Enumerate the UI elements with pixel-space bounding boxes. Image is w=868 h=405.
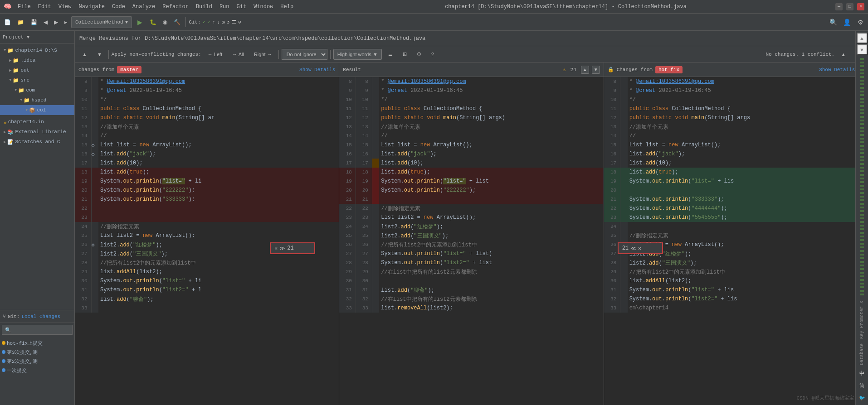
menu-code[interactable]: Code [109,3,128,11]
result-nav-down[interactable]: ▼ [592,66,600,74]
help-button[interactable]: 👤 [841,16,853,28]
tree-label-com: com [26,87,35,93]
nav-prev-button[interactable]: ▲ [78,49,91,60]
menu-build[interactable]: Build [193,3,215,11]
maximize-button[interactable]: □ [846,3,853,10]
sidebar-expand-button[interactable]: ▼ [857,44,868,55]
tree-item-chapter14in[interactable]: ☕ chapter14.in [0,117,74,127]
hotfix-line-31: 31 System.out.println("list=" + lis [604,285,868,294]
tree-arrow-hspedu: ▼ [20,98,22,102]
sidebar-simple-icon[interactable]: 简 [857,380,868,391]
tree-item-hspedu[interactable]: ▼ 📁 hsped [0,95,74,105]
close-button[interactable]: × [857,3,864,10]
conflict-x-right[interactable]: ✕ [638,245,641,252]
tree-item-scratches[interactable]: ▶ 📝 Scratches and C [0,137,74,147]
git-revert-icon[interactable]: ↺ [227,19,230,25]
tree-item-collection[interactable]: ▼ 📦 col [0,105,74,115]
debug-button[interactable]: 🐛 [147,16,159,28]
nav-up-status[interactable]: ▲ [837,49,849,60]
conflict-box-right[interactable]: 21 ≪ ✕ [618,242,663,254]
conflict-arrow-left[interactable]: ≪ [630,245,636,252]
git-shelf-icon[interactable]: 🗖 [231,19,236,25]
apply-left-button[interactable]: ← Left [204,49,226,60]
folder-icon: 📁 [7,48,14,53]
menu-file[interactable]: File [15,3,34,11]
menu-refactor[interactable]: Refactor [160,3,191,11]
conflict-arrow-right[interactable]: ≫ [279,245,285,252]
git-history-icon[interactable]: ◷ [222,19,225,25]
git-branch-1st[interactable]: 一次提交 [0,366,74,375]
build-button[interactable]: 🔨 [171,16,183,28]
coverage-button[interactable]: ◉ [161,16,170,28]
new-file-button[interactable]: 📄 [2,16,13,28]
menu-help[interactable]: Help [278,3,296,11]
tree-item-com[interactable]: ▼ 📁 com [0,85,74,95]
hotfix-line-25: 25 //删除指定元素 [604,231,868,240]
panel-result-content[interactable]: 8 8 * @email:1033586391@qq.com 9 9 * @cr… [339,77,603,405]
menu-run[interactable]: Run [217,3,232,11]
save-button[interactable]: 💾 [28,16,39,28]
settings-merge-button[interactable]: ⚙ [413,49,425,60]
conflict-box-left[interactable]: ✕ ≫ 21 [270,242,315,254]
git-branch-3rd[interactable]: 第3次提交,测 [0,347,74,357]
show-details-right[interactable]: Show Details [819,67,855,72]
sidebar-bird-icon[interactable]: 🐦 [857,392,868,403]
git-no-verify-icon[interactable]: ⊘ [238,19,241,25]
forward-button[interactable]: ▶ [52,16,60,28]
tree-item-out[interactable]: ▶ 📁 out [0,65,74,75]
hotfix-gutter-21 [620,195,628,204]
panel-master-content[interactable]: 8 * @email:1033586391@qq.com 9 * @creat … [75,77,339,405]
run-button[interactable]: ▶ [134,16,146,28]
tree-item-idea[interactable]: ▶ 📁 .idea [0,55,74,65]
menu-analyze[interactable]: Analyze [130,3,158,11]
git-branch-2nd[interactable]: 第2次提交,测 [0,357,74,366]
master-linenum-29: 29 [75,267,91,276]
hotfix-gutter-32 [620,294,628,304]
run-config-button[interactable]: ▸ [62,16,69,28]
nav-next-button[interactable]: ▼ [93,49,106,60]
panel-hotfix-content[interactable]: 8 * @email:1033586391@qq.com 9 * @creat … [604,77,868,405]
open-button[interactable]: 📁 [15,16,26,28]
ignore-select[interactable]: Do not ignore [282,49,327,60]
result-gutter-28 [372,258,379,267]
highlight-words-button[interactable]: Highlight words ▼ [333,49,382,60]
hotfix-linenum-18: 18 [604,168,620,177]
panel-master: Changes from master Show Details 8 * @em… [75,63,339,405]
minimize-button[interactable]: — [835,3,843,10]
result-code-table: 8 8 * @email:1033586391@qq.com 9 9 * @cr… [339,77,603,313]
result-nav-up[interactable]: ▲ [581,66,589,74]
local-changes-tab[interactable]: Local Changes [21,314,60,319]
search-button[interactable]: 🔍 [827,16,839,28]
merge-right-sidebar: ▲ ▼ Key Promoter X Database 中 简 🐦 [855,31,868,405]
menu-edit[interactable]: Edit [35,3,54,11]
sidebar-cn-icon[interactable]: 中 [857,368,868,379]
git-panel-label: Git: [8,314,20,319]
menu-view[interactable]: View [56,3,74,11]
master-linenum-11: 11 [75,104,91,113]
conflict-x-left[interactable]: ✕ [274,245,278,252]
git-push-icon[interactable]: ↑ [212,19,215,25]
settings-button[interactable]: ⚙ [854,16,866,28]
back-button[interactable]: ◀ [41,16,50,28]
menu-window[interactable]: Window [251,3,276,11]
git-check2-icon[interactable]: ✓ [207,19,210,25]
toggle-button-1[interactable]: ⚌ [385,49,396,60]
menu-git[interactable]: Git [234,3,249,11]
sidebar-collapse-button[interactable]: ▲ [857,33,868,43]
git-pull-icon[interactable]: ↓ [217,19,220,25]
tree-item-external[interactable]: ▶ 📚 External Librarie [0,127,74,137]
result-code-30 [379,276,603,285]
apply-all-button[interactable]: ↔ All [229,49,248,60]
menu-navigate[interactable]: Navigate [76,3,107,11]
toggle-button-2[interactable]: ⊞ [399,49,410,60]
tree-label-src: src [20,77,29,83]
tree-item-src[interactable]: ▼ 📁 src [0,75,74,85]
show-details-left[interactable]: Show Details [299,67,335,72]
apply-right-button[interactable]: Right → [250,49,276,60]
help-merge-button[interactable]: ? [428,49,438,60]
git-check-icon[interactable]: ✓ [203,19,206,25]
git-branch-hotfix[interactable]: hot-fix上提交 [0,338,74,347]
tree-item-chapter14[interactable]: ▼ 📁 chapter14 D:\S [0,45,74,55]
branch-selector[interactable]: CollectionMethod ▼ [71,16,132,28]
git-search-input[interactable] [2,325,73,335]
